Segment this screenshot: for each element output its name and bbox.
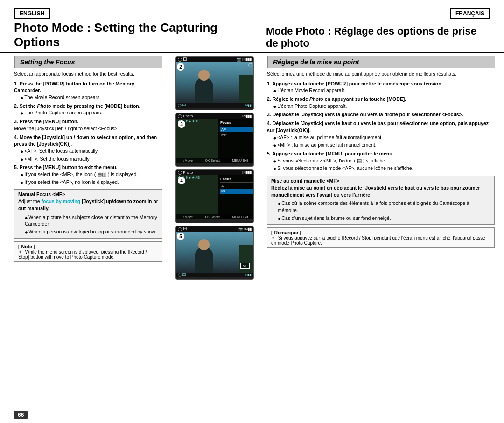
- move-label: ↕Move: [183, 159, 193, 162]
- fr-step-4: 4. Déplacez le [Joystick] vers le haut o…: [267, 120, 489, 133]
- step-1-bullets: The Movie Record screen appears.: [14, 94, 162, 101]
- fr-step-5: 5. Appuyez sur la touche [MENU] pour qui…: [267, 151, 393, 156]
- screen-3-topbar: ◯ Photo IN▮▮▮: [176, 113, 253, 119]
- fr-step-1-bullets: L'écran Movie Record apparaît.: [267, 87, 495, 94]
- step-item-fr: 3. Déplacez le [Joystick] vers la gauche…: [267, 111, 495, 118]
- ok-label: OK Select: [205, 159, 220, 162]
- section-heading-fr: Réglage de la mise au point: [267, 56, 495, 68]
- screen-2-topbar: ◯ 🎞 📷 IN▮▮▮: [176, 57, 253, 62]
- en-intro: Select an appropriate focus method for t…: [14, 70, 162, 78]
- mf-bullets-en: When a picture has subjects close or dis…: [18, 214, 158, 235]
- note-box-en: [ Note ] ✦ While the menu screen is disp…: [14, 241, 162, 262]
- francais-tab: FRANÇAIS: [450, 8, 490, 19]
- fr-intro: Sélectionnez une méthode de mise au poin…: [267, 70, 495, 78]
- menu-label-4: MENU Exit: [232, 215, 248, 219]
- step-3-sub: Move the [Joystick] left / right to sele…: [14, 126, 119, 131]
- step-1-label: 1. Press the [POWER] button to turn on t…: [14, 81, 134, 93]
- title-fr: Mode Photo : Réglage des options de pris…: [266, 25, 490, 52]
- bullet: Cas où la scène comporte des éléments à …: [278, 200, 490, 213]
- page: ENGLISH FRANÇAIS Photo Mode : Setting th…: [0, 0, 504, 423]
- col-french: Réglage de la mise au point Sélectionnez…: [261, 53, 504, 423]
- step-item: 3. Press the [MENU] button. Move the [Jo…: [14, 118, 162, 132]
- note-text-fr: ✦ Si vous appuyez sur la touche [Record …: [271, 235, 490, 246]
- note-title-en: [ Note ]: [18, 244, 158, 249]
- bullet: <MF> : la mise au point se fait manuelle…: [273, 141, 495, 148]
- step-num-5: 5: [177, 233, 184, 240]
- bullet: If you select the <AF>, no icon is displ…: [21, 179, 162, 186]
- step-5-bullets: If you select the <MF>, the icon ( ▤▥ ) …: [14, 171, 162, 185]
- note-icon-fr: ✦: [271, 235, 275, 240]
- screen-5-bottom: ◯ 🎞 IN▮▮: [176, 273, 253, 277]
- fr-step-2: 2. Réglez le mode Photo en appuyant sur …: [267, 96, 406, 102]
- screen-icon: ◯: [248, 63, 252, 67]
- lang-tabs: ENGLISH FRANÇAIS: [0, 0, 504, 19]
- step-item-fr: 5. Appuyez sur la touche [MENU] pour qui…: [267, 150, 495, 172]
- bullet: The Movie Record screen appears.: [21, 94, 162, 101]
- mf-box-title-fr: Mise au point manuelle <MF>: [271, 178, 490, 183]
- fr-step-2-bullets: L'écran Photo Capture apparaît.: [267, 103, 495, 110]
- screen-5: ◯ 🎞 📷 IN▮▮ 5 MF ◯ 🎞 IN▮▮: [175, 226, 254, 280]
- bg-tree: [239, 75, 253, 103]
- screen-2-photo: 2 ◯: [176, 62, 253, 103]
- mf-instruction-en: Adjust the focus by moving [Joystick] up…: [18, 198, 158, 212]
- bullet: The Photo Capture screen appears.: [21, 109, 162, 116]
- screen-4-topbar: ◯ Photo IN▮▮▮: [176, 170, 253, 175]
- step-item-fr: 1. Appuyez sur la touche [POWER] pour me…: [267, 80, 495, 94]
- bullet: If you select the <MF>, the icon ( ▤▥ ) …: [21, 171, 162, 178]
- person-body: [195, 78, 213, 103]
- english-tab: ENGLISH: [14, 8, 50, 19]
- bullet: L'écran Movie Record apparaît.: [273, 87, 495, 94]
- step-5-label: 5. Press the [MENU] button to exit the m…: [14, 164, 118, 170]
- bullet: <AF> : la mise au point se fait automati…: [273, 134, 495, 141]
- bullet: When a picture has subjects close or dis…: [25, 214, 158, 227]
- bullet: <MF>: Set the focus manually.: [21, 155, 162, 162]
- menu-title: Focus: [220, 120, 253, 126]
- step-4-bullets: <AF>: Set the focus automatically. <MF>:…: [14, 148, 162, 162]
- menu-overlay: Focus AF MF: [218, 119, 254, 163]
- title-en: Photo Mode : Setting the Capturing Optio…: [14, 21, 266, 52]
- menu-label: MENU Exit: [232, 159, 248, 162]
- menu-bottom-3: ↕Move OK Select MENU Exit: [176, 158, 254, 163]
- menu-mf: MF: [220, 132, 253, 137]
- main-titles: Photo Mode : Setting the Capturing Optio…: [0, 19, 504, 53]
- step-item-fr: 2. Réglez le mode Photo en appuyant sur …: [267, 96, 495, 109]
- screen-4: ◯ Photo IN▮▮▮ ☘ ☉ ✟ ● ★ AE Focus AF MF 4…: [175, 169, 254, 223]
- step-item: 5. Press the [MENU] button to exit the m…: [14, 164, 162, 185]
- person-head-5: [198, 239, 210, 250]
- step-2-label: 2. Set the Photo mode by pressing the [M…: [14, 103, 140, 109]
- person-head: [198, 70, 210, 81]
- menu-overlay-4: Focus AF MF: [218, 175, 254, 219]
- mf-box-title-en: Manual Focus <MF>: [18, 191, 158, 197]
- mf-icon: MF: [240, 263, 250, 269]
- move-label-4: ↕Move: [183, 215, 193, 219]
- bullet: <AF>: Set the focus automatically.: [21, 148, 162, 155]
- screen-5-photo: 5 MF: [176, 232, 253, 273]
- menu-title-4: Focus: [220, 177, 253, 183]
- fr-step-list: 1. Appuyez sur la touche [POWER] pour me…: [267, 80, 495, 172]
- col-english: Setting the Focus Select an appropriate …: [0, 53, 168, 423]
- mf-box-fr: Mise au point manuelle <MF> Réglez la mi…: [267, 176, 495, 225]
- screen-4-menu: ☘ ☉ ✟ ● ★ AE Focus AF MF 4 ↕Move OK Sele…: [176, 175, 254, 219]
- note-box-fr: [ Remarque ] ✦ Si vous appuyez sur la to…: [267, 227, 495, 248]
- step-item: 4. Move the [Joystick] up / down to sele…: [14, 134, 162, 162]
- bullet: Si vous sélectionnez le mode <AF>, aucun…: [273, 165, 495, 172]
- step-item: 1. Press the [POWER] button to turn on t…: [14, 80, 162, 101]
- step-num-3: 3: [178, 120, 185, 128]
- note-title-fr: [ Remarque ]: [271, 230, 490, 235]
- bullet: L'écran Photo Capture apparaît.: [273, 103, 495, 110]
- step-item-fr: 4. Déplacez le [Joystick] vers le haut o…: [267, 120, 495, 148]
- screen-2: ◯ 🎞 📷 IN▮▮▮ 2 ◯ ◯ 🎞 IN▮▮: [175, 56, 254, 110]
- fr-step-3: 3. Déplacez le [Joystick] vers la gauche…: [267, 112, 463, 117]
- screen-3-menu: ☘ ☉ ✟ ● ★ AE Focus AF MF 3 ↕Move OK Sele…: [176, 119, 254, 163]
- step-item: 2. Set the Photo mode by pressing the [M…: [14, 103, 162, 116]
- fr-step-4-bullets: <AF> : la mise au point se fait automati…: [267, 134, 495, 148]
- menu-bottom-4: ↕Move OK Select MENU Exit: [176, 214, 254, 219]
- screen-2-bottom: ◯ 🎞 IN▮▮: [176, 103, 253, 108]
- note-icon: ✦: [18, 249, 22, 254]
- step-4-label: 4. Move the [Joystick] up / down to sele…: [14, 134, 157, 147]
- screen-3: ◯ Photo IN▮▮▮ ☘ ☉ ✟ ● ★ AE Focus AF MF 3…: [175, 113, 254, 167]
- menu-af: AF: [220, 127, 253, 132]
- mf-box-en: Manual Focus <MF> Adjust the focus by mo…: [14, 189, 162, 238]
- menu-mf-4: MF: [220, 189, 253, 194]
- bullet: Si vous sélectionnez <MF>, l'icône ( ▤ )…: [273, 157, 495, 164]
